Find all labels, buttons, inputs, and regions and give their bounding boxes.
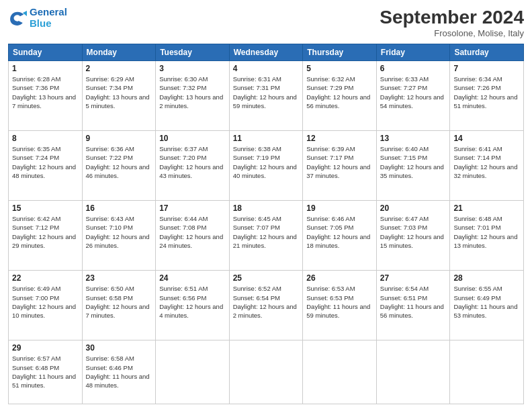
logo-blue: Blue	[30, 18, 67, 30]
table-row: 25Sunrise: 6:52 AMSunset: 6:54 PMDayligh…	[229, 271, 303, 340]
table-row: 23Sunrise: 6:50 AMSunset: 6:58 PMDayligh…	[82, 271, 156, 340]
table-row: 13Sunrise: 6:40 AMSunset: 7:15 PMDayligh…	[376, 131, 450, 201]
day-number: 4	[233, 64, 300, 73]
day-number: 5	[306, 64, 373, 73]
logo-icon	[8, 9, 27, 28]
day-info: Sunrise: 6:28 AMSunset: 7:36 PMDaylight:…	[12, 75, 79, 110]
table-row: 15Sunrise: 6:42 AMSunset: 7:12 PMDayligh…	[9, 201, 83, 271]
day-info: Sunrise: 6:31 AMSunset: 7:31 PMDaylight:…	[233, 75, 300, 110]
table-row: 26Sunrise: 6:53 AMSunset: 6:53 PMDayligh…	[303, 271, 377, 340]
day-info: Sunrise: 6:51 AMSunset: 6:56 PMDaylight:…	[159, 284, 226, 320]
day-number: 19	[306, 203, 373, 213]
day-number: 25	[233, 273, 300, 283]
title-block: September 2024 Frosolone, Molise, Italy	[380, 7, 524, 38]
day-info: Sunrise: 6:39 AMSunset: 7:17 PMDaylight:…	[306, 144, 373, 180]
col-saturday: Saturday	[450, 44, 524, 61]
day-info: Sunrise: 6:54 AMSunset: 6:51 PMDaylight:…	[380, 284, 447, 320]
day-info: Sunrise: 6:47 AMSunset: 7:03 PMDaylight:…	[380, 214, 447, 250]
logo-text: General Blue	[30, 7, 67, 29]
month-title: September 2024	[380, 7, 524, 28]
day-number: 20	[380, 203, 447, 213]
col-monday: Monday	[82, 44, 156, 61]
day-number: 18	[233, 203, 300, 213]
table-row: 24Sunrise: 6:51 AMSunset: 6:56 PMDayligh…	[156, 271, 230, 340]
day-info: Sunrise: 6:57 AMSunset: 6:48 PMDaylight:…	[12, 354, 79, 390]
day-info: Sunrise: 6:46 AMSunset: 7:05 PMDaylight:…	[306, 214, 373, 250]
day-number: 3	[159, 64, 226, 73]
table-row: 18Sunrise: 6:45 AMSunset: 7:07 PMDayligh…	[229, 201, 303, 271]
day-number: 24	[159, 273, 226, 283]
day-number: 23	[86, 273, 152, 283]
calendar-header-row: Sunday Monday Tuesday Wednesday Thursday…	[9, 44, 524, 61]
logo-general: General	[30, 7, 67, 18]
day-number: 12	[306, 134, 373, 143]
day-number: 7	[453, 64, 520, 73]
table-row: 21Sunrise: 6:48 AMSunset: 7:01 PMDayligh…	[450, 201, 524, 271]
day-info: Sunrise: 6:36 AMSunset: 7:22 PMDaylight:…	[86, 144, 152, 180]
day-info: Sunrise: 6:49 AMSunset: 7:00 PMDaylight:…	[12, 284, 79, 320]
day-number: 8	[12, 134, 79, 143]
day-number: 6	[380, 64, 447, 73]
day-number: 29	[12, 343, 79, 353]
table-row: 9Sunrise: 6:36 AMSunset: 7:22 PMDaylight…	[82, 131, 156, 201]
day-info: Sunrise: 6:55 AMSunset: 6:49 PMDaylight:…	[453, 284, 520, 320]
table-row	[156, 340, 230, 404]
day-number: 15	[12, 203, 79, 213]
day-number: 22	[12, 273, 79, 283]
day-info: Sunrise: 6:34 AMSunset: 7:26 PMDaylight:…	[453, 75, 520, 110]
table-row: 22Sunrise: 6:49 AMSunset: 7:00 PMDayligh…	[9, 271, 83, 340]
day-number: 21	[453, 203, 520, 213]
table-row: 4Sunrise: 6:31 AMSunset: 7:31 PMDaylight…	[229, 61, 303, 131]
day-info: Sunrise: 6:32 AMSunset: 7:29 PMDaylight:…	[306, 75, 373, 110]
day-number: 17	[159, 203, 226, 213]
col-tuesday: Tuesday	[156, 44, 230, 61]
table-row: 19Sunrise: 6:46 AMSunset: 7:05 PMDayligh…	[303, 201, 377, 271]
col-friday: Friday	[376, 44, 450, 61]
col-sunday: Sunday	[9, 44, 83, 61]
day-number: 26	[306, 273, 373, 283]
day-number: 16	[86, 203, 152, 213]
day-number: 28	[453, 273, 520, 283]
table-row: 1Sunrise: 6:28 AMSunset: 7:36 PMDaylight…	[9, 61, 83, 131]
location: Frosolone, Molise, Italy	[380, 28, 524, 38]
day-info: Sunrise: 6:44 AMSunset: 7:08 PMDaylight:…	[159, 214, 226, 250]
day-info: Sunrise: 6:48 AMSunset: 7:01 PMDaylight:…	[453, 214, 520, 250]
table-row: 6Sunrise: 6:33 AMSunset: 7:27 PMDaylight…	[376, 61, 450, 131]
day-number: 14	[453, 134, 520, 143]
day-number: 9	[86, 134, 152, 143]
table-row: 16Sunrise: 6:43 AMSunset: 7:10 PMDayligh…	[82, 201, 156, 271]
table-row: 20Sunrise: 6:47 AMSunset: 7:03 PMDayligh…	[376, 201, 450, 271]
table-row: 14Sunrise: 6:41 AMSunset: 7:14 PMDayligh…	[450, 131, 524, 201]
day-number: 1	[12, 64, 79, 73]
table-row: 3Sunrise: 6:30 AMSunset: 7:32 PMDaylight…	[156, 61, 230, 131]
day-info: Sunrise: 6:35 AMSunset: 7:24 PMDaylight:…	[12, 144, 79, 180]
day-info: Sunrise: 6:58 AMSunset: 6:46 PMDaylight:…	[86, 354, 152, 390]
day-info: Sunrise: 6:30 AMSunset: 7:32 PMDaylight:…	[159, 75, 226, 110]
table-row	[450, 340, 524, 404]
header: General Blue September 2024 Frosolone, M…	[8, 7, 524, 38]
table-row: 28Sunrise: 6:55 AMSunset: 6:49 PMDayligh…	[450, 271, 524, 340]
day-info: Sunrise: 6:43 AMSunset: 7:10 PMDaylight:…	[86, 214, 152, 250]
day-number: 27	[380, 273, 447, 283]
table-row: 8Sunrise: 6:35 AMSunset: 7:24 PMDaylight…	[9, 131, 83, 201]
table-row: 2Sunrise: 6:29 AMSunset: 7:34 PMDaylight…	[82, 61, 156, 131]
day-info: Sunrise: 6:40 AMSunset: 7:15 PMDaylight:…	[380, 144, 447, 180]
day-number: 11	[233, 134, 300, 143]
table-row: 11Sunrise: 6:38 AMSunset: 7:19 PMDayligh…	[229, 131, 303, 201]
table-row: 10Sunrise: 6:37 AMSunset: 7:20 PMDayligh…	[156, 131, 230, 201]
day-number: 2	[86, 64, 152, 73]
table-row: 17Sunrise: 6:44 AMSunset: 7:08 PMDayligh…	[156, 201, 230, 271]
day-number: 30	[86, 343, 152, 353]
page: General Blue September 2024 Frosolone, M…	[0, 0, 532, 411]
table-row: 27Sunrise: 6:54 AMSunset: 6:51 PMDayligh…	[376, 271, 450, 340]
day-info: Sunrise: 6:52 AMSunset: 6:54 PMDaylight:…	[233, 284, 300, 320]
table-row: 12Sunrise: 6:39 AMSunset: 7:17 PMDayligh…	[303, 131, 377, 201]
table-row: 7Sunrise: 6:34 AMSunset: 7:26 PMDaylight…	[450, 61, 524, 131]
table-row	[229, 340, 303, 404]
day-info: Sunrise: 6:41 AMSunset: 7:14 PMDaylight:…	[453, 144, 520, 180]
calendar-table: Sunday Monday Tuesday Wednesday Thursday…	[8, 44, 524, 404]
day-info: Sunrise: 6:45 AMSunset: 7:07 PMDaylight:…	[233, 214, 300, 250]
day-info: Sunrise: 6:42 AMSunset: 7:12 PMDaylight:…	[12, 214, 79, 250]
col-thursday: Thursday	[303, 44, 377, 61]
day-info: Sunrise: 6:33 AMSunset: 7:27 PMDaylight:…	[380, 75, 447, 110]
